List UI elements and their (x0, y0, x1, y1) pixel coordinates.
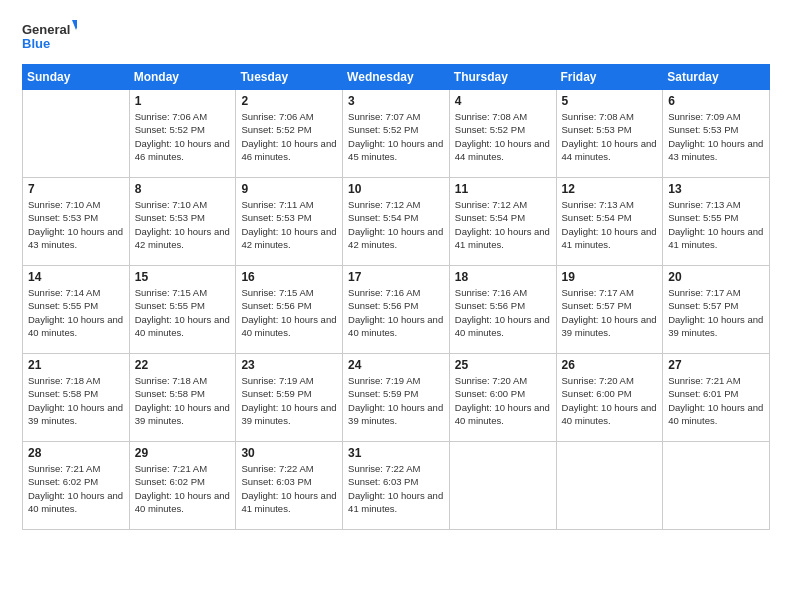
day-info: Sunrise: 7:16 AMSunset: 5:56 PMDaylight:… (348, 286, 444, 339)
calendar-cell (663, 442, 770, 530)
day-number: 20 (668, 270, 764, 284)
calendar-cell: 18Sunrise: 7:16 AMSunset: 5:56 PMDayligh… (449, 266, 556, 354)
calendar-cell: 16Sunrise: 7:15 AMSunset: 5:56 PMDayligh… (236, 266, 343, 354)
day-number: 2 (241, 94, 337, 108)
calendar-cell: 27Sunrise: 7:21 AMSunset: 6:01 PMDayligh… (663, 354, 770, 442)
day-info: Sunrise: 7:12 AMSunset: 5:54 PMDaylight:… (348, 198, 444, 251)
day-number: 13 (668, 182, 764, 196)
day-number: 25 (455, 358, 551, 372)
day-info: Sunrise: 7:13 AMSunset: 5:55 PMDaylight:… (668, 198, 764, 251)
calendar-cell: 6Sunrise: 7:09 AMSunset: 5:53 PMDaylight… (663, 90, 770, 178)
day-info: Sunrise: 7:16 AMSunset: 5:56 PMDaylight:… (455, 286, 551, 339)
calendar-cell: 3Sunrise: 7:07 AMSunset: 5:52 PMDaylight… (343, 90, 450, 178)
week-row-3: 14Sunrise: 7:14 AMSunset: 5:55 PMDayligh… (23, 266, 770, 354)
day-info: Sunrise: 7:10 AMSunset: 5:53 PMDaylight:… (135, 198, 231, 251)
calendar-cell: 5Sunrise: 7:08 AMSunset: 5:53 PMDaylight… (556, 90, 663, 178)
weekday-header-thursday: Thursday (449, 65, 556, 90)
day-info: Sunrise: 7:10 AMSunset: 5:53 PMDaylight:… (28, 198, 124, 251)
calendar: SundayMondayTuesdayWednesdayThursdayFrid… (22, 64, 770, 530)
day-number: 23 (241, 358, 337, 372)
weekday-header-tuesday: Tuesday (236, 65, 343, 90)
calendar-cell: 20Sunrise: 7:17 AMSunset: 5:57 PMDayligh… (663, 266, 770, 354)
day-number: 29 (135, 446, 231, 460)
day-number: 7 (28, 182, 124, 196)
calendar-cell: 31Sunrise: 7:22 AMSunset: 6:03 PMDayligh… (343, 442, 450, 530)
day-info: Sunrise: 7:18 AMSunset: 5:58 PMDaylight:… (135, 374, 231, 427)
day-info: Sunrise: 7:17 AMSunset: 5:57 PMDaylight:… (668, 286, 764, 339)
page: General Blue SundayMondayTuesdayWednesda… (0, 0, 792, 612)
day-info: Sunrise: 7:08 AMSunset: 5:53 PMDaylight:… (562, 110, 658, 163)
day-number: 5 (562, 94, 658, 108)
day-info: Sunrise: 7:06 AMSunset: 5:52 PMDaylight:… (135, 110, 231, 163)
calendar-cell: 28Sunrise: 7:21 AMSunset: 6:02 PMDayligh… (23, 442, 130, 530)
day-number: 28 (28, 446, 124, 460)
day-number: 9 (241, 182, 337, 196)
day-info: Sunrise: 7:20 AMSunset: 6:00 PMDaylight:… (562, 374, 658, 427)
calendar-cell: 17Sunrise: 7:16 AMSunset: 5:56 PMDayligh… (343, 266, 450, 354)
calendar-cell: 22Sunrise: 7:18 AMSunset: 5:58 PMDayligh… (129, 354, 236, 442)
day-number: 11 (455, 182, 551, 196)
calendar-cell: 26Sunrise: 7:20 AMSunset: 6:00 PMDayligh… (556, 354, 663, 442)
day-number: 4 (455, 94, 551, 108)
day-info: Sunrise: 7:13 AMSunset: 5:54 PMDaylight:… (562, 198, 658, 251)
day-number: 15 (135, 270, 231, 284)
calendar-cell: 25Sunrise: 7:20 AMSunset: 6:00 PMDayligh… (449, 354, 556, 442)
day-info: Sunrise: 7:21 AMSunset: 6:02 PMDaylight:… (28, 462, 124, 515)
day-info: Sunrise: 7:07 AMSunset: 5:52 PMDaylight:… (348, 110, 444, 163)
day-info: Sunrise: 7:12 AMSunset: 5:54 PMDaylight:… (455, 198, 551, 251)
weekday-header-saturday: Saturday (663, 65, 770, 90)
day-number: 6 (668, 94, 764, 108)
day-number: 18 (455, 270, 551, 284)
calendar-cell: 14Sunrise: 7:14 AMSunset: 5:55 PMDayligh… (23, 266, 130, 354)
week-row-5: 28Sunrise: 7:21 AMSunset: 6:02 PMDayligh… (23, 442, 770, 530)
day-number: 30 (241, 446, 337, 460)
svg-text:Blue: Blue (22, 36, 50, 51)
day-number: 16 (241, 270, 337, 284)
day-number: 12 (562, 182, 658, 196)
calendar-cell: 4Sunrise: 7:08 AMSunset: 5:52 PMDaylight… (449, 90, 556, 178)
svg-marker-2 (72, 20, 77, 30)
day-number: 8 (135, 182, 231, 196)
day-info: Sunrise: 7:19 AMSunset: 5:59 PMDaylight:… (241, 374, 337, 427)
day-number: 24 (348, 358, 444, 372)
day-info: Sunrise: 7:11 AMSunset: 5:53 PMDaylight:… (241, 198, 337, 251)
day-number: 1 (135, 94, 231, 108)
day-number: 22 (135, 358, 231, 372)
calendar-cell: 24Sunrise: 7:19 AMSunset: 5:59 PMDayligh… (343, 354, 450, 442)
day-number: 21 (28, 358, 124, 372)
day-number: 27 (668, 358, 764, 372)
day-number: 3 (348, 94, 444, 108)
weekday-header-sunday: Sunday (23, 65, 130, 90)
calendar-cell: 12Sunrise: 7:13 AMSunset: 5:54 PMDayligh… (556, 178, 663, 266)
weekday-header-friday: Friday (556, 65, 663, 90)
day-info: Sunrise: 7:19 AMSunset: 5:59 PMDaylight:… (348, 374, 444, 427)
calendar-cell: 13Sunrise: 7:13 AMSunset: 5:55 PMDayligh… (663, 178, 770, 266)
calendar-cell: 2Sunrise: 7:06 AMSunset: 5:52 PMDaylight… (236, 90, 343, 178)
day-number: 10 (348, 182, 444, 196)
day-info: Sunrise: 7:15 AMSunset: 5:55 PMDaylight:… (135, 286, 231, 339)
calendar-cell (23, 90, 130, 178)
day-info: Sunrise: 7:15 AMSunset: 5:56 PMDaylight:… (241, 286, 337, 339)
day-number: 26 (562, 358, 658, 372)
calendar-cell: 9Sunrise: 7:11 AMSunset: 5:53 PMDaylight… (236, 178, 343, 266)
week-row-4: 21Sunrise: 7:18 AMSunset: 5:58 PMDayligh… (23, 354, 770, 442)
day-info: Sunrise: 7:22 AMSunset: 6:03 PMDaylight:… (348, 462, 444, 515)
calendar-cell (556, 442, 663, 530)
calendar-cell: 21Sunrise: 7:18 AMSunset: 5:58 PMDayligh… (23, 354, 130, 442)
calendar-cell: 11Sunrise: 7:12 AMSunset: 5:54 PMDayligh… (449, 178, 556, 266)
header: General Blue (22, 18, 770, 56)
day-info: Sunrise: 7:06 AMSunset: 5:52 PMDaylight:… (241, 110, 337, 163)
day-number: 19 (562, 270, 658, 284)
calendar-cell: 15Sunrise: 7:15 AMSunset: 5:55 PMDayligh… (129, 266, 236, 354)
day-info: Sunrise: 7:18 AMSunset: 5:58 PMDaylight:… (28, 374, 124, 427)
weekday-header-wednesday: Wednesday (343, 65, 450, 90)
logo: General Blue (22, 18, 77, 56)
week-row-2: 7Sunrise: 7:10 AMSunset: 5:53 PMDaylight… (23, 178, 770, 266)
day-info: Sunrise: 7:09 AMSunset: 5:53 PMDaylight:… (668, 110, 764, 163)
weekday-header-row: SundayMondayTuesdayWednesdayThursdayFrid… (23, 65, 770, 90)
day-info: Sunrise: 7:17 AMSunset: 5:57 PMDaylight:… (562, 286, 658, 339)
day-info: Sunrise: 7:21 AMSunset: 6:02 PMDaylight:… (135, 462, 231, 515)
week-row-1: 1Sunrise: 7:06 AMSunset: 5:52 PMDaylight… (23, 90, 770, 178)
day-number: 17 (348, 270, 444, 284)
day-info: Sunrise: 7:14 AMSunset: 5:55 PMDaylight:… (28, 286, 124, 339)
